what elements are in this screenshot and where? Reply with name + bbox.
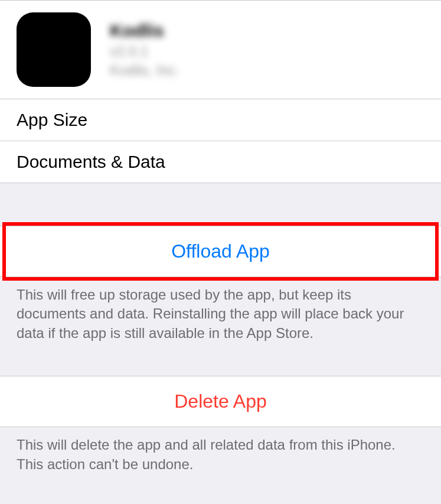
app-meta: Kodlis v2.0.1 Kodlis, Inc. — [110, 21, 179, 79]
app-storage-settings: Kodlis v2.0.1 Kodlis, Inc. App Size Docu… — [0, 0, 441, 486]
app-header: Kodlis v2.0.1 Kodlis, Inc. — [0, 1, 441, 99]
app-icon — [17, 12, 91, 87]
delete-description: This will delete the app and all related… — [0, 427, 441, 486]
documents-data-label: Documents & Data — [17, 152, 424, 172]
offload-highlight: Offload App — [0, 226, 441, 277]
app-name: Kodlis — [110, 21, 179, 41]
app-size-row: App Size — [0, 99, 441, 141]
documents-data-row: Documents & Data — [0, 141, 441, 183]
offload-section: Offload App This will free up storage us… — [0, 226, 441, 355]
delete-section: Delete App This will delete the app and … — [0, 376, 441, 486]
offload-description: This will free up storage used by the ap… — [0, 277, 441, 355]
offload-app-button[interactable]: Offload App — [0, 226, 441, 277]
app-version: v2.0.1 — [110, 43, 179, 60]
app-size-label: App Size — [17, 110, 424, 130]
app-vendor: Kodlis, Inc. — [110, 62, 179, 79]
delete-app-button[interactable]: Delete App — [0, 376, 441, 427]
app-info-group: Kodlis v2.0.1 Kodlis, Inc. App Size Docu… — [0, 0, 441, 183]
section-spacer — [0, 355, 441, 376]
